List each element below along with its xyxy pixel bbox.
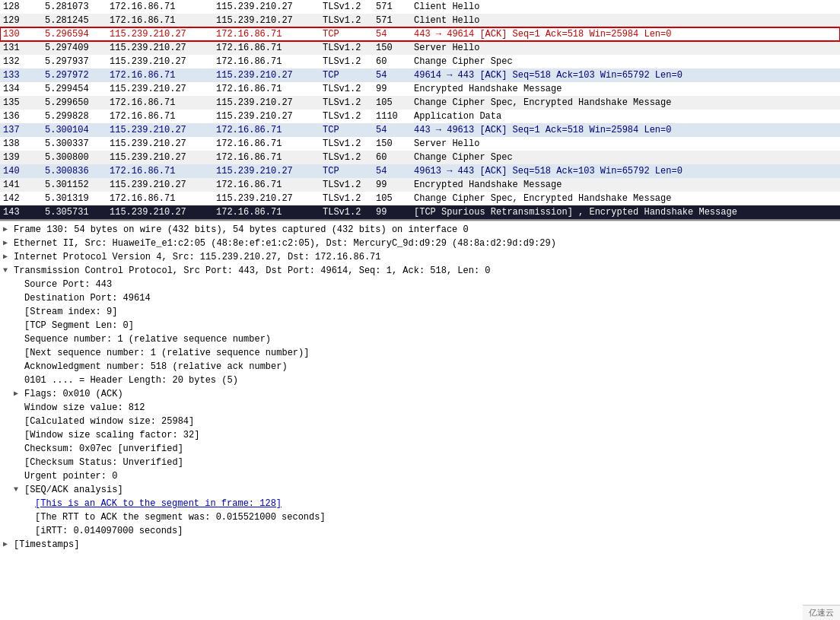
- packet-time: 5.300800: [42, 151, 107, 164]
- packet-dst: 172.16.86.71: [213, 137, 320, 151]
- packet-info: 49613 → 443 [ACK] Seq=518 Ack=103 Win=65…: [411, 164, 840, 178]
- table-row[interactable]: 140 5.300836 172.16.86.71 115.239.210.27…: [0, 164, 840, 178]
- packet-no: 129: [0, 14, 42, 27]
- table-row[interactable]: 135 5.299650 172.16.86.71 115.239.210.27…: [0, 96, 840, 110]
- packet-dst: 172.16.86.71: [213, 151, 320, 164]
- tcp-field: Source Port: 443: [3, 278, 837, 291]
- table-row[interactable]: 138 5.300337 115.239.210.27 172.16.86.71…: [0, 137, 840, 151]
- ethernet-expand-icon[interactable]: ▶: [3, 237, 14, 250]
- frame-line: ▶ Frame 130: 54 bytes on wire (432 bits)…: [3, 223, 837, 237]
- packet-no: 135: [0, 96, 42, 110]
- packet-len: 99: [373, 205, 411, 219]
- table-row[interactable]: 137 5.300104 115.239.210.27 172.16.86.71…: [0, 123, 840, 137]
- packet-src: 115.239.210.27: [107, 137, 213, 151]
- table-row[interactable]: 143 5.305731 115.239.210.27 172.16.86.71…: [0, 205, 840, 219]
- packet-time: 5.305731: [42, 205, 107, 219]
- packet-dst: 172.16.86.71: [213, 205, 320, 219]
- packet-proto: TLSv1.2: [320, 192, 373, 205]
- packet-dst: 115.239.210.27: [213, 164, 320, 178]
- packet-info: Change Cipher Spec: [411, 55, 840, 68]
- tcp-line: ▼ Transmission Control Protocol, Src Por…: [3, 264, 837, 278]
- packet-no: 131: [0, 41, 42, 55]
- packet-time: 5.301319: [42, 192, 107, 205]
- table-row[interactable]: 130 5.296594 115.239.210.27 172.16.86.71…: [0, 27, 840, 41]
- tcp-field: Acknowledgment number: 518 (relative ack…: [3, 360, 837, 374]
- tcp-fields: Source Port: 443 Destination Port: 49614…: [3, 278, 837, 483]
- packet-time: 5.300104: [42, 123, 107, 137]
- tcp-field-text: [Next sequence number: 1 (relative seque…: [24, 346, 309, 360]
- packet-proto: TLSv1.2: [320, 151, 373, 164]
- packet-proto: TLSv1.2: [320, 178, 373, 192]
- packet-info: Change Cipher Spec, Encrypted Handshake …: [411, 192, 840, 205]
- packet-proto: TLSv1.2: [320, 205, 373, 219]
- packet-proto: TCP: [320, 123, 373, 137]
- seq-ack-expand-icon[interactable]: ▼: [14, 483, 24, 497]
- table-row[interactable]: 132 5.297937 115.239.210.27 172.16.86.71…: [0, 55, 840, 68]
- packet-time: 5.281073: [42, 0, 107, 14]
- tcp-field-text: 0101 .... = Header Length: 20 bytes (5): [24, 374, 238, 387]
- tcp-field-text: [Window size scaling factor: 32]: [24, 428, 199, 442]
- table-row[interactable]: 133 5.297972 172.16.86.71 115.239.210.27…: [0, 68, 840, 82]
- ip-expand-icon[interactable]: ▶: [3, 250, 14, 264]
- packet-len: 60: [373, 55, 411, 68]
- packet-src: 172.16.86.71: [107, 0, 213, 14]
- table-row[interactable]: 128 5.281073 172.16.86.71 115.239.210.27…: [0, 0, 840, 14]
- tcp-field-text: Destination Port: 49614: [24, 291, 151, 305]
- table-row[interactable]: 129 5.281245 172.16.86.71 115.239.210.27…: [0, 14, 840, 27]
- packet-src: 172.16.86.71: [107, 96, 213, 110]
- tcp-expand-icon[interactable]: ▼: [3, 264, 14, 278]
- packet-proto: TCP: [320, 164, 373, 178]
- timestamps-line: ▶ [Timestamps]: [3, 538, 837, 552]
- packet-dst: 172.16.86.71: [213, 123, 320, 137]
- packet-no: 142: [0, 192, 42, 205]
- packet-info: Encrypted Handshake Message: [411, 82, 840, 96]
- packet-no: 128: [0, 0, 42, 14]
- tcp-field-text: [Checksum Status: Unverified]: [24, 456, 183, 469]
- packet-dst: 115.239.210.27: [213, 68, 320, 82]
- packet-no: 130: [0, 27, 42, 41]
- packet-time: 5.299650: [42, 96, 107, 110]
- table-row[interactable]: 142 5.301319 172.16.86.71 115.239.210.27…: [0, 192, 840, 205]
- packet-src: 115.239.210.27: [107, 82, 213, 96]
- tcp-field-text: Checksum: 0x07ec [unverified]: [24, 442, 183, 456]
- packet-len: 54: [373, 27, 411, 41]
- detail-panel: ▶ Frame 130: 54 bytes on wire (432 bits)…: [0, 221, 840, 553]
- packet-no: 143: [0, 205, 42, 219]
- packet-proto: TLSv1.2: [320, 14, 373, 27]
- packet-dst: 115.239.210.27: [213, 96, 320, 110]
- packet-len: 571: [373, 14, 411, 27]
- seq-ack-line: ▼ [SEQ/ACK analysis]: [3, 483, 837, 497]
- packet-proto: TLSv1.2: [320, 0, 373, 14]
- seq-ack-child-2: [The RTT to ACK the segment was: 0.01552…: [3, 510, 837, 524]
- tcp-field: [Window size scaling factor: 32]: [3, 428, 837, 442]
- packet-info: 443 → 49613 [ACK] Seq=1 Ack=518 Win=2598…: [411, 123, 840, 137]
- packet-no: 134: [0, 82, 42, 96]
- packet-src: 172.16.86.71: [107, 192, 213, 205]
- tcp-text: Transmission Control Protocol, Src Port:…: [14, 264, 491, 278]
- packet-no: 136: [0, 110, 42, 123]
- ip-text: Internet Protocol Version 4, Src: 115.23…: [14, 250, 380, 264]
- packet-time: 5.296594: [42, 27, 107, 41]
- ethernet-text: Ethernet II, Src: HuaweiTe_e1:c2:05 (48:…: [14, 237, 556, 250]
- table-row[interactable]: 134 5.299454 115.239.210.27 172.16.86.71…: [0, 82, 840, 96]
- packet-dst: 172.16.86.71: [213, 41, 320, 55]
- packet-len: 54: [373, 164, 411, 178]
- timestamps-expand-icon[interactable]: ▶: [3, 538, 14, 552]
- packet-dst: 115.239.210.27: [213, 14, 320, 27]
- packet-src: 172.16.86.71: [107, 164, 213, 178]
- table-row[interactable]: 131 5.297409 115.239.210.27 172.16.86.71…: [0, 41, 840, 55]
- packet-src: 115.239.210.27: [107, 123, 213, 137]
- tcp-field: [Calculated window size: 25984]: [3, 415, 837, 428]
- seq-ack-link[interactable]: [This is an ACK to the segment in frame:…: [35, 497, 282, 510]
- tcp-field-text: Sequence number: 1 (relative sequence nu…: [24, 332, 271, 346]
- packet-src: 115.239.210.27: [107, 205, 213, 219]
- packet-src: 115.239.210.27: [107, 55, 213, 68]
- packet-proto: TLSv1.2: [320, 137, 373, 151]
- table-row[interactable]: 136 5.299828 172.16.86.71 115.239.210.27…: [0, 110, 840, 123]
- table-row[interactable]: 141 5.301152 115.239.210.27 172.16.86.71…: [0, 178, 840, 192]
- packet-no: 140: [0, 164, 42, 178]
- packet-info: Encrypted Handshake Message: [411, 178, 840, 192]
- table-row[interactable]: 139 5.300800 115.239.210.27 172.16.86.71…: [0, 151, 840, 164]
- frame-expand-icon[interactable]: ▶: [3, 223, 14, 237]
- tcp-field-text: [Calculated window size: 25984]: [24, 415, 194, 428]
